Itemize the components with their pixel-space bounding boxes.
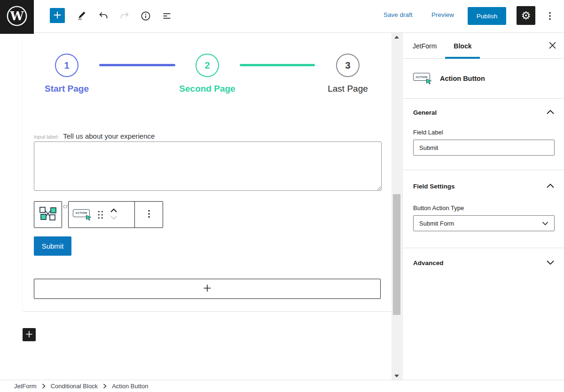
chevron-down-icon — [546, 259, 555, 267]
block-options-button[interactable] — [134, 202, 163, 227]
scrollbar-thumb[interactable] — [393, 194, 400, 315]
action-button-block-icon: ACTION — [413, 72, 432, 85]
close-icon — [548, 41, 556, 51]
wordpress-logo-button[interactable]: W — [0, 0, 34, 34]
wordpress-logo-icon: W — [6, 5, 28, 29]
chevron-up-icon — [546, 183, 555, 190]
parent-block-conditional-button[interactable] — [34, 201, 62, 228]
gear-icon: ⚙ — [521, 9, 531, 22]
add-block-appender[interactable] — [34, 279, 381, 299]
breadcrumb: JetForm Conditional Block Action Button — [14, 382, 148, 391]
tab-block[interactable]: Block — [445, 33, 480, 59]
form-step-3-circle: 3 — [336, 54, 360, 77]
step-2-label: Second Page — [156, 84, 259, 94]
step-connector-1 — [99, 64, 175, 66]
breadcrumb-jetform[interactable]: JetForm — [14, 383, 37, 390]
sidebar-tab-bar: JetForm Block — [403, 33, 564, 59]
breadcrumb-bar: JetForm Conditional Block Action Button — [0, 380, 564, 392]
input-label-prefix: input label: — [34, 134, 59, 140]
list-view-button[interactable] — [159, 9, 174, 24]
breadcrumb-action-button[interactable]: Action Button — [112, 383, 148, 390]
textarea-field-label[interactable]: Tell us about your experience — [63, 132, 155, 140]
experience-textarea[interactable] — [34, 141, 382, 191]
step-connector-2 — [240, 64, 315, 66]
selected-block-card: ACTION Action Button — [403, 59, 564, 99]
plus-icon — [52, 10, 63, 22]
block-inserter-button[interactable] — [50, 8, 65, 23]
textarea-field-label-row: input label: Tell us about your experien… — [34, 132, 155, 140]
undo-button[interactable] — [96, 9, 111, 24]
button-action-type-label: Button Action Type — [413, 204, 555, 212]
button-action-type-select[interactable]: Submit Form — [413, 215, 555, 231]
chevron-down-icon — [542, 220, 548, 227]
block-title: Action Button — [440, 75, 485, 82]
action-button-block-icon: ACTION — [73, 209, 92, 221]
scroll-down-arrow[interactable] — [392, 372, 402, 380]
canvas-scrollbar — [392, 33, 402, 380]
plus-icon — [202, 283, 212, 295]
preview-button[interactable]: Preview — [431, 11, 454, 18]
info-icon — [140, 10, 151, 23]
panel-field-settings: Field Settings Button Action Type Submit… — [403, 170, 564, 248]
ellipsis-vertical-icon — [544, 10, 556, 23]
redo-button[interactable] — [117, 9, 132, 24]
publish-button[interactable]: Publish — [468, 7, 506, 25]
scroll-up-arrow[interactable] — [392, 33, 402, 41]
chevron-down-icon — [109, 215, 118, 222]
editor-canvas: 1 2 3 Start Page Second Page Last Page i… — [0, 33, 392, 380]
plus-icon — [24, 329, 34, 340]
field-label-label: Field Label — [413, 129, 555, 136]
form-step-2-circle: 2 — [196, 54, 219, 77]
breadcrumb-separator-icon — [103, 382, 107, 391]
block-mover[interactable] — [109, 207, 118, 222]
pencil-icon — [77, 11, 87, 23]
conditional-block-icon — [39, 206, 57, 223]
wordpress-editor: Save draft Preview Publish ⚙ W 1 2 — [0, 0, 564, 392]
cursor-icon — [86, 215, 92, 221]
edit-tool-button[interactable] — [74, 9, 89, 24]
close-sidebar-button[interactable] — [546, 40, 558, 52]
chevron-up-icon — [546, 109, 555, 116]
breadcrumb-conditional-block[interactable]: Conditional Block — [51, 383, 98, 390]
field-label-input[interactable] — [413, 140, 555, 156]
jetform-form-block: 1 2 3 Start Page Second Page Last Page i… — [23, 33, 392, 311]
options-menu-button[interactable] — [542, 9, 557, 24]
settings-gear-button[interactable]: ⚙ — [517, 6, 535, 25]
panel-advanced-toggle[interactable]: Advanced — [413, 259, 555, 267]
drag-handle[interactable] — [97, 209, 104, 220]
redo-icon — [119, 10, 130, 23]
panel-general-toggle[interactable]: General — [413, 99, 555, 116]
step-1-number: 1 — [64, 60, 69, 71]
form-step-1-circle: 1 — [55, 54, 78, 77]
panel-general: General Field Label — [403, 99, 564, 170]
cursor-icon — [426, 78, 432, 85]
step-3-number: 3 — [345, 60, 350, 71]
panel-advanced: Advanced — [403, 248, 564, 279]
block-toolbar: ACTION — [68, 201, 163, 228]
editor-top-bar: Save draft Preview Publish ⚙ — [0, 0, 564, 33]
undo-icon — [98, 10, 109, 23]
bottom-block-inserter-button[interactable] — [23, 328, 36, 341]
step-1-label: Start Page — [15, 84, 118, 94]
breadcrumb-separator-icon — [42, 382, 46, 391]
step-2-number: 2 — [204, 60, 210, 71]
settings-sidebar: JetForm Block ACTION Action Button Gener… — [402, 33, 564, 380]
tab-jetform[interactable]: JetForm — [404, 33, 445, 59]
svg-text:W: W — [9, 9, 24, 23]
list-view-icon — [161, 10, 172, 23]
document-details-button[interactable] — [138, 9, 153, 24]
chevron-up-icon — [109, 207, 118, 215]
step-3-label: Last Page — [296, 84, 392, 94]
panel-field-settings-toggle[interactable]: Field Settings — [413, 170, 555, 190]
form-submit-button[interactable]: Submit — [34, 236, 71, 256]
save-draft-button[interactable]: Save draft — [384, 11, 413, 18]
ellipsis-vertical-icon — [143, 208, 155, 221]
